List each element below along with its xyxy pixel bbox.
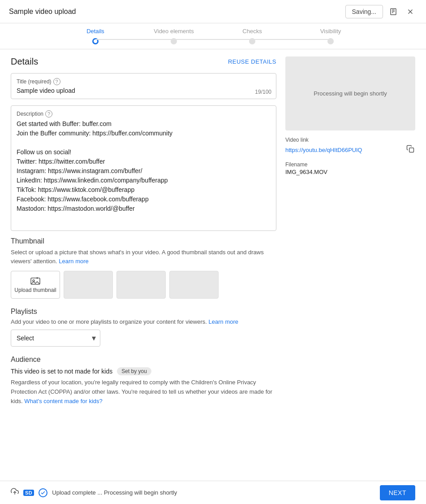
filename-section: Filename IMG_9634.MOV	[285, 161, 415, 175]
step-checks[interactable]: Checks	[213, 28, 292, 44]
playlists-title: Playlists	[11, 308, 276, 316]
video-link-url[interactable]: https://youtu.be/qHItD66PUlQ	[285, 147, 362, 153]
audience-title: Audience	[11, 356, 276, 364]
playlists-learn-more-link[interactable]: Learn more	[209, 318, 238, 325]
next-button[interactable]: NEXT	[380, 485, 415, 500]
title-field-container: Title (required) ? 19/100	[11, 73, 276, 99]
title-counter: 19/100	[255, 89, 271, 95]
thumbnail-frame-1[interactable]	[64, 271, 113, 299]
step-visibility-label: Visibility	[320, 28, 341, 35]
header-actions: Saving...	[345, 5, 417, 18]
upload-icon-button[interactable]	[11, 487, 19, 498]
thumbnail-frame-2[interactable]	[116, 271, 166, 299]
close-button[interactable]	[404, 5, 417, 18]
video-link-row: https://youtu.be/qHItD66PUlQ	[285, 144, 415, 156]
description-help-icon[interactable]: ?	[45, 110, 52, 117]
filename-value: IMG_9634.MOV	[285, 169, 415, 175]
playlists-description: Add your video to one or more playlists …	[11, 318, 276, 325]
description-field-container: Description ? Get started with Buffer: b…	[11, 105, 276, 231]
audience-link[interactable]: What's content made for kids?	[24, 398, 102, 404]
main-content: Details REUSE DETAILS Title (required) ?…	[0, 49, 426, 475]
video-link-label: Video link	[285, 137, 415, 143]
description-label: Description ?	[17, 110, 271, 117]
upload-thumbnail-icon	[30, 276, 41, 285]
thumbnail-description: Select or upload a picture that shows wh…	[11, 248, 276, 265]
copy-link-button[interactable]	[405, 144, 415, 156]
description-input[interactable]: Get started with Buffer: buffer.com Join…	[17, 119, 271, 227]
audience-section: Audience This video is set to not made f…	[11, 356, 276, 406]
bottom-bar: SD Upload complete ... Processing will b…	[0, 481, 426, 504]
playlists-section: Playlists Add your video to one or more …	[11, 308, 276, 347]
preview-text: Processing will begin shortly	[314, 90, 387, 97]
right-panel: Processing will begin shortly Video link…	[285, 49, 415, 475]
upload-status: Upload complete ... Processing will begi…	[52, 489, 177, 496]
step-details-label: Details	[86, 28, 104, 35]
video-preview: Processing will begin shortly	[285, 56, 415, 130]
page-title: Sample video upload	[9, 8, 76, 16]
thumbnail-section: Thumbnail Select or upload a picture tha…	[11, 237, 276, 299]
header: Sample video upload Saving...	[0, 0, 426, 23]
video-link-section: Video link https://youtu.be/qHItD66PUlQ	[285, 137, 415, 156]
thumbnail-learn-more-link[interactable]: Learn more	[59, 258, 88, 265]
thumbnail-options: Upload thumbnail	[11, 271, 276, 299]
audience-description: Regardless of your location, you're lega…	[11, 378, 276, 406]
saving-button[interactable]: Saving...	[345, 5, 383, 18]
step-checks-label: Checks	[242, 28, 262, 35]
left-panel: Details REUSE DETAILS Title (required) ?…	[11, 49, 276, 475]
flag-button[interactable]	[387, 5, 400, 18]
title-label: Title (required) ?	[17, 78, 271, 85]
section-title: Details	[11, 56, 38, 67]
check-circle-icon	[39, 488, 47, 497]
step-video-elements[interactable]: Video elements	[135, 28, 213, 44]
section-header: Details REUSE DETAILS	[11, 56, 276, 67]
audience-set-text: This video is set to not made for kids	[11, 368, 112, 375]
sd-badge: SD	[23, 490, 34, 496]
filename-label: Filename	[285, 161, 415, 168]
upload-thumbnail-label: Upload thumbnail	[14, 287, 56, 293]
thumbnail-frame-3[interactable]	[169, 271, 219, 299]
step-video-elements-label: Video elements	[154, 28, 194, 35]
thumbnail-title: Thumbnail	[11, 237, 276, 245]
step-visibility[interactable]: Visibility	[292, 28, 370, 44]
svg-rect-10	[409, 148, 414, 152]
audience-set-row: This video is set to not made for kids S…	[11, 367, 276, 375]
stepper: Details Video elements Checks Visibility	[0, 23, 426, 49]
playlists-select-wrapper: Select ▾	[11, 330, 100, 347]
title-input[interactable]	[17, 87, 271, 94]
title-help-icon[interactable]: ?	[53, 78, 60, 85]
reuse-details-button[interactable]: REUSE DETAILS	[228, 58, 276, 65]
step-details[interactable]: Details	[56, 28, 135, 44]
upload-thumbnail-button[interactable]: Upload thumbnail	[11, 271, 60, 299]
audience-badge: Set by you	[117, 367, 151, 375]
bottom-left: SD Upload complete ... Processing will b…	[11, 487, 177, 498]
playlists-select[interactable]: Select	[11, 330, 100, 347]
step-visibility-dot	[327, 38, 334, 44]
